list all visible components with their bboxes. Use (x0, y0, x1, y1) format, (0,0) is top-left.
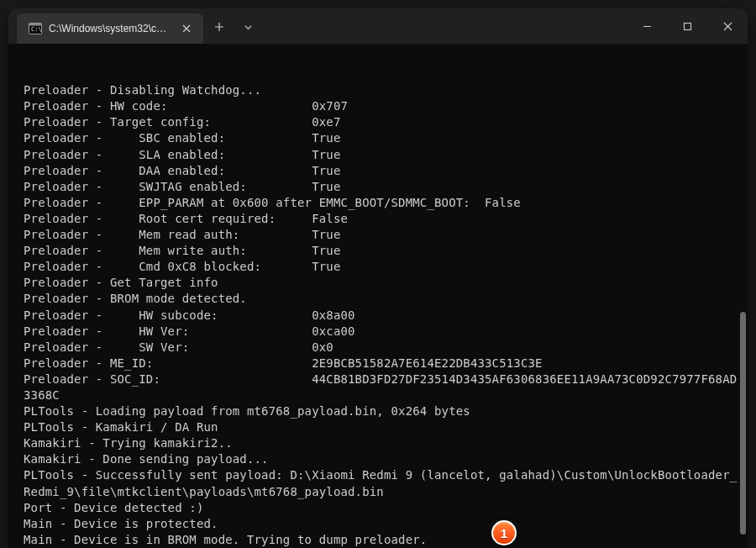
titlebar-drag-area[interactable] (262, 8, 627, 44)
close-window-button[interactable] (707, 8, 748, 44)
tab-title: C:\Windows\system32\cmd.e (49, 23, 171, 34)
titlebar: C:\ C:\Windows\system32\cmd.e (8, 8, 748, 44)
terminal-output: Preloader - Disabling Watchdog... Preloa… (24, 82, 739, 548)
new-tab-button[interactable] (205, 13, 234, 40)
svg-text:C:\: C:\ (31, 26, 42, 33)
terminal-pane[interactable]: Preloader - Disabling Watchdog... Preloa… (8, 44, 748, 548)
cmd-icon: C:\ (29, 22, 42, 35)
annotation-badge-1: 1 (491, 520, 517, 545)
window-controls (627, 8, 748, 44)
scrollbar-thumb[interactable] (740, 312, 746, 535)
active-tab[interactable]: C:\ C:\Windows\system32\cmd.e (17, 13, 203, 44)
maximize-button[interactable] (667, 8, 707, 44)
scrollbar-track[interactable] (739, 44, 746, 540)
terminal-window: C:\ C:\Windows\system32\cmd.e (8, 8, 748, 548)
tab-dropdown-button[interactable] (234, 13, 262, 40)
svg-rect-3 (684, 23, 690, 29)
tab-close-button[interactable] (178, 20, 195, 37)
minimize-button[interactable] (627, 8, 667, 44)
